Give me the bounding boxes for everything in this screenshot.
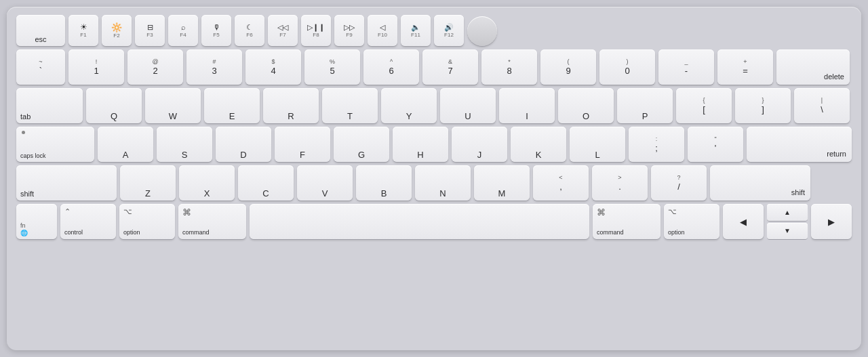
- key-f4[interactable]: ⌕ F4: [168, 15, 198, 46]
- key-a[interactable]: A: [98, 127, 153, 162]
- key-p[interactable]: P: [617, 88, 673, 123]
- key-spacebar[interactable]: [250, 204, 589, 239]
- key-f2[interactable]: 🔆 F2: [102, 15, 132, 46]
- key-semicolon[interactable]: : ;: [629, 127, 684, 162]
- key-caps-lock[interactable]: caps lock: [16, 127, 94, 162]
- number-row: ~ ` ! 1 @ 2 # 3 $ 4: [16, 49, 852, 85]
- key-v[interactable]: V: [297, 165, 353, 201]
- key-f7[interactable]: ◁◁ F7: [268, 15, 298, 46]
- key-f9[interactable]: ▷▷ F9: [334, 15, 364, 46]
- key-c[interactable]: C: [238, 165, 294, 201]
- key-f8[interactable]: ▷❙❙ F8: [301, 15, 331, 46]
- key-4[interactable]: $ 4: [245, 49, 301, 85]
- key-f1[interactable]: ☀ F1: [68, 15, 98, 46]
- key-3[interactable]: # 3: [186, 49, 242, 85]
- key-l[interactable]: L: [570, 127, 625, 162]
- key-backtick[interactable]: ~ `: [16, 49, 65, 85]
- key-q[interactable]: Q: [86, 88, 142, 123]
- key-2[interactable]: @ 2: [127, 49, 183, 85]
- key-n[interactable]: N: [415, 165, 471, 201]
- key-power[interactable]: [467, 16, 497, 46]
- zxcv-row: shift Z X C V B N M < ,: [16, 165, 852, 201]
- arrow-up-down-container: ▲ ▼: [767, 204, 808, 239]
- function-row: esc ☀ F1 🔆 F2 ⊟ F3 ⌕ F4: [16, 15, 852, 46]
- key-return[interactable]: return: [747, 127, 852, 162]
- key-x[interactable]: X: [179, 165, 235, 201]
- key-f6[interactable]: ☾ F6: [235, 15, 264, 46]
- key-8[interactable]: * 8: [481, 49, 537, 85]
- key-esc[interactable]: esc: [16, 15, 65, 46]
- key-b[interactable]: B: [356, 165, 412, 201]
- key-option-right[interactable]: ⌥ option: [664, 204, 719, 239]
- key-m[interactable]: M: [474, 165, 530, 201]
- key-arrow-left[interactable]: ◀: [723, 204, 764, 239]
- key-w[interactable]: W: [145, 88, 201, 123]
- key-5[interactable]: % 5: [304, 49, 360, 85]
- key-g[interactable]: G: [334, 127, 389, 162]
- key-command-right[interactable]: ⌘ command: [593, 204, 660, 239]
- key-f12[interactable]: 🔊 F12: [434, 15, 464, 46]
- key-s[interactable]: S: [157, 127, 212, 162]
- key-z[interactable]: Z: [120, 165, 176, 201]
- key-e[interactable]: E: [204, 88, 260, 123]
- key-f10[interactable]: ◁ F10: [368, 15, 397, 46]
- key-comma[interactable]: < ,: [533, 165, 589, 201]
- key-control[interactable]: ⌃ control: [60, 204, 116, 239]
- key-minus[interactable]: _ -: [658, 49, 714, 85]
- key-fn[interactable]: fn 🌐: [16, 204, 57, 239]
- key-tab[interactable]: tab: [16, 88, 83, 123]
- key-left-bracket[interactable]: { [: [676, 88, 732, 123]
- key-i[interactable]: I: [499, 88, 555, 123]
- key-f3[interactable]: ⊟ F3: [135, 15, 165, 46]
- key-delete[interactable]: delete: [776, 49, 850, 85]
- key-f[interactable]: F: [275, 127, 330, 162]
- key-shift-right[interactable]: shift: [710, 165, 810, 201]
- key-r[interactable]: R: [263, 88, 319, 123]
- key-equals[interactable]: + =: [717, 49, 773, 85]
- key-j[interactable]: J: [452, 127, 507, 162]
- key-command-left[interactable]: ⌘ command: [178, 204, 246, 239]
- key-f11[interactable]: 🔈 F11: [401, 15, 431, 46]
- caps-lock-indicator: [22, 131, 25, 134]
- key-0[interactable]: ) 0: [599, 49, 655, 85]
- asdf-row: caps lock A S D F G H J K L :: [16, 127, 852, 162]
- qwerty-row: tab Q W E R T Y U I O P: [16, 88, 852, 123]
- key-apostrophe[interactable]: " ': [688, 127, 743, 162]
- key-k[interactable]: K: [511, 127, 566, 162]
- key-option-left[interactable]: ⌥ option: [119, 204, 175, 239]
- key-7[interactable]: & 7: [422, 49, 478, 85]
- key-period[interactable]: > .: [592, 165, 648, 201]
- key-arrow-right[interactable]: ▶: [811, 204, 852, 239]
- key-u[interactable]: U: [440, 88, 496, 123]
- key-y[interactable]: Y: [381, 88, 437, 123]
- key-f5[interactable]: 🎙 F5: [201, 15, 231, 46]
- key-d[interactable]: D: [216, 127, 271, 162]
- key-9[interactable]: ( 9: [540, 49, 596, 85]
- key-h[interactable]: H: [393, 127, 448, 162]
- key-o[interactable]: O: [558, 88, 614, 123]
- bottom-row: fn 🌐 ⌃ control ⌥ option ⌘ command ⌘ comm…: [16, 204, 852, 239]
- key-6[interactable]: ^ 6: [363, 49, 419, 85]
- key-shift-left[interactable]: shift: [16, 165, 117, 201]
- key-1[interactable]: ! 1: [68, 49, 124, 85]
- keyboard: esc ☀ F1 🔆 F2 ⊟ F3 ⌕ F4: [7, 7, 861, 350]
- key-t[interactable]: T: [322, 88, 378, 123]
- key-arrow-down[interactable]: ▼: [767, 223, 808, 240]
- key-arrow-up[interactable]: ▲: [767, 204, 808, 221]
- key-right-bracket[interactable]: } ]: [735, 88, 791, 123]
- key-backslash[interactable]: | \: [794, 88, 850, 123]
- key-slash[interactable]: ? /: [651, 165, 707, 201]
